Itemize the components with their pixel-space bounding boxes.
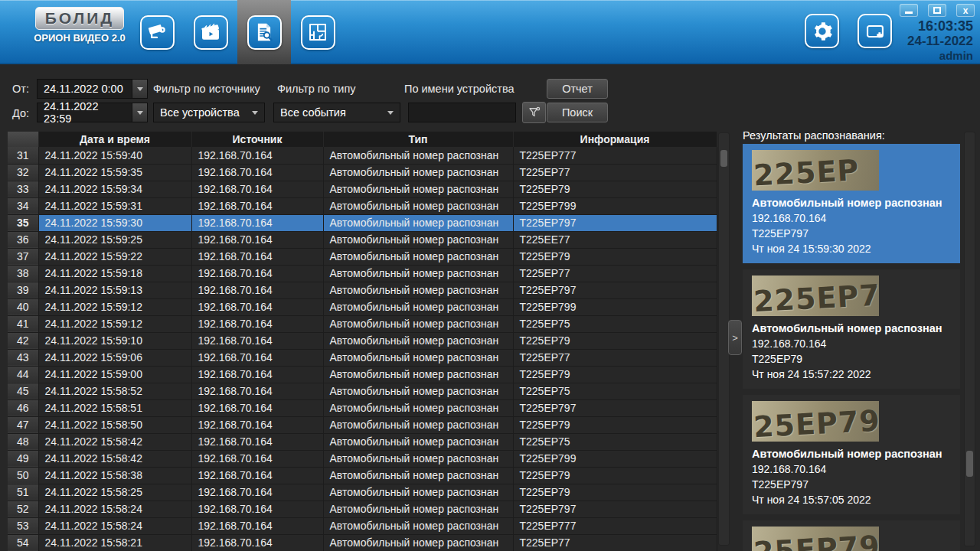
results-scrollbar-thumb[interactable] (966, 451, 973, 477)
cell-datetime: 24.11.2022 15:58:24 (38, 517, 191, 534)
cell-type: Автомобильный номер распознан (323, 416, 513, 433)
event-journal-icon[interactable] (247, 15, 282, 50)
cell-info: T225EP75 (513, 433, 717, 450)
table-row[interactable]: 3324.11.2022 15:59:34192.168.70.164Автом… (8, 181, 717, 197)
cell-type: Автомобильный номер распознан (323, 147, 513, 164)
column-header[interactable]: Тип (323, 132, 513, 147)
table-row[interactable]: 3424.11.2022 15:59:31192.168.70.164Автом… (8, 197, 717, 214)
date-to-field[interactable]: 24.11.2022 23:59 (37, 103, 148, 122)
cell-source: 192.168.70.164 (191, 214, 323, 231)
cell-info: T225EP777 (513, 147, 717, 164)
nav-plan[interactable] (291, 0, 345, 64)
table-row[interactable]: 4824.11.2022 15:58:42192.168.70.164Автом… (8, 433, 717, 450)
devices-dropdown[interactable]: Все устройства (153, 103, 265, 122)
top-bar: БОЛИД ОРИОН ВИДЕО 2.0 (0, 0, 980, 64)
add-monitor-icon[interactable] (858, 14, 892, 48)
row-number: 38 (8, 265, 38, 282)
table-row[interactable]: 3824.11.2022 15:59:18192.168.70.164Автом… (8, 265, 717, 282)
cell-source: 192.168.70.164 (191, 517, 323, 534)
row-number: 43 (8, 349, 38, 366)
table-row[interactable]: 3224.11.2022 15:59:35192.168.70.164Автом… (8, 164, 717, 181)
cell-type: Автомобильный номер распознан (323, 248, 513, 265)
recognition-card[interactable]: 225EP7Автомобильный номер распознан192.1… (743, 269, 960, 389)
date-to-dropdown-button[interactable] (132, 103, 147, 122)
events-dropdown[interactable]: Все события (273, 103, 400, 122)
table-row[interactable]: 4624.11.2022 15:58:51192.168.70.164Автом… (8, 399, 717, 416)
table-row[interactable]: 5224.11.2022 15:58:24192.168.70.164Автом… (8, 500, 717, 517)
cell-info: T225EP799 (513, 298, 717, 315)
report-button[interactable]: Отчет (547, 79, 608, 99)
minimize-button[interactable] (900, 4, 918, 17)
minimize-icon (905, 11, 913, 14)
table-row[interactable]: 5024.11.2022 15:58:38192.168.70.164Автом… (8, 467, 717, 484)
table-row[interactable]: 3524.11.2022 15:59:30192.168.70.164Автом… (8, 214, 717, 231)
table-row[interactable]: 4424.11.2022 15:59:00192.168.70.164Автом… (8, 366, 717, 383)
video-archive-icon[interactable] (194, 15, 228, 50)
recognition-card[interactable]: 25EP79Автомобильный номер распознан192.1… (743, 395, 960, 514)
cell-datetime: 24.11.2022 15:58:38 (38, 467, 191, 484)
cell-datetime: 24.11.2022 15:59:00 (38, 366, 191, 383)
table-row[interactable]: 3724.11.2022 15:59:22192.168.70.164Автом… (8, 248, 717, 265)
table-scrollbar-thumb[interactable] (720, 150, 727, 167)
cell-info: T225EP799 (513, 450, 717, 467)
column-header[interactable]: Источник (191, 132, 323, 147)
column-header[interactable]: Дата и время (38, 132, 191, 147)
table-row[interactable]: 4224.11.2022 15:59:10192.168.70.164Автом… (8, 332, 717, 349)
chevron-down-icon (387, 111, 394, 115)
plate-image: 225EP7 (752, 276, 879, 316)
column-header[interactable] (8, 132, 38, 147)
cell-type: Автомобильный номер распознан (323, 484, 513, 500)
cell-type: Автомобильный номер распознан (323, 332, 513, 349)
cell-type: Автомобильный номер распознан (323, 181, 513, 197)
table-row[interactable]: 4724.11.2022 15:58:50192.168.70.164Автом… (8, 416, 717, 433)
table-row[interactable]: 4124.11.2022 15:59:12192.168.70.164Автом… (8, 315, 717, 332)
cell-source: 192.168.70.164 (191, 147, 323, 164)
table-row[interactable]: 4924.11.2022 15:58:42192.168.70.164Автом… (8, 450, 717, 467)
close-icon: x (963, 6, 969, 15)
nav-journal[interactable] (237, 0, 291, 64)
maximize-button[interactable] (928, 4, 946, 17)
cell-datetime: 24.11.2022 15:59:25 (38, 231, 191, 248)
recognition-card[interactable]: 225EPАвтомобильный номер распознан192.16… (743, 144, 960, 263)
nav-archive[interactable] (184, 0, 237, 64)
table-row[interactable]: 5124.11.2022 15:58:25192.168.70.164Автом… (8, 484, 717, 500)
filter-funnel-button[interactable] (522, 102, 546, 123)
nav-cameras[interactable] (130, 0, 184, 64)
search-button[interactable]: Поиск (547, 103, 608, 122)
floor-plan-icon[interactable] (301, 15, 335, 50)
results-scrollbar[interactable] (964, 132, 975, 546)
row-number: 50 (8, 467, 38, 484)
table-row[interactable]: 4324.11.2022 15:59:06192.168.70.164Автом… (8, 349, 717, 366)
cell-datetime: 24.11.2022 15:59:34 (38, 181, 191, 197)
funnel-icon (528, 106, 541, 119)
panel-collapse-button[interactable]: > (728, 320, 742, 355)
card-source: 192.168.70.164 (752, 336, 951, 351)
event-table-body: 3124.11.2022 15:59:40192.168.70.164Автом… (8, 147, 717, 551)
cell-info: T225EP79 (513, 332, 717, 349)
device-name-input[interactable] (408, 103, 516, 122)
row-number: 54 (8, 534, 38, 551)
table-row[interactable]: 3124.11.2022 15:59:40192.168.70.164Автом… (8, 147, 717, 164)
table-row[interactable]: 3924.11.2022 15:59:13192.168.70.164Автом… (8, 282, 717, 298)
table-row[interactable]: 4524.11.2022 15:58:52192.168.70.164Автом… (8, 383, 717, 399)
cctv-camera-icon[interactable] (140, 15, 175, 50)
card-event-title: Автомобильный номер распознан (752, 446, 951, 461)
devices-dropdown-value: Все устройства (160, 106, 240, 119)
cell-source: 192.168.70.164 (191, 383, 323, 399)
table-row[interactable]: 5424.11.2022 15:58:21192.168.70.164Автом… (8, 534, 717, 551)
table-row[interactable]: 3624.11.2022 15:59:25192.168.70.164Автом… (8, 231, 717, 248)
settings-gear-icon[interactable] (805, 14, 839, 48)
table-row[interactable]: 4024.11.2022 15:59:12192.168.70.164Автом… (8, 298, 717, 315)
date-from-field[interactable]: 24.11.2022 0:00 (37, 79, 148, 99)
cell-type: Автомобильный номер распознан (323, 315, 513, 332)
date-from-dropdown-button[interactable] (132, 80, 147, 98)
column-header[interactable]: Информация (513, 132, 717, 147)
source-filter-label: Фильтр по источнику (153, 83, 260, 95)
close-button[interactable]: x (956, 4, 975, 17)
cell-info: T225EP77 (513, 534, 717, 551)
cell-source: 192.168.70.164 (191, 181, 323, 197)
card-datetime: Чт ноя 24 15:57:22 2022 (752, 367, 951, 382)
table-row[interactable]: 5324.11.2022 15:58:24192.168.70.164Автом… (8, 517, 717, 534)
cell-info: T225EP777 (513, 517, 717, 534)
recognition-card[interactable]: 25EP79 (743, 520, 960, 551)
